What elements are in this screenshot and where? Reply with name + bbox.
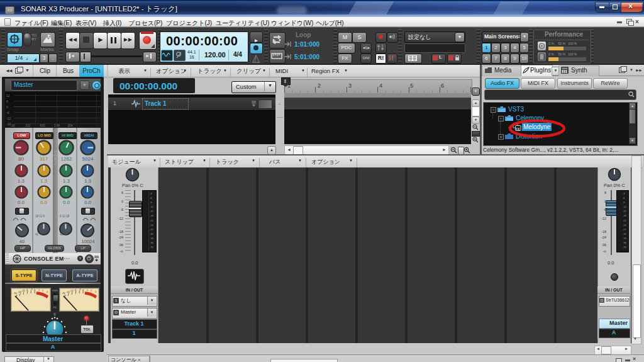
svg-text:-12: -12 xyxy=(70,289,74,292)
svg-text:-30: -30 xyxy=(13,291,18,295)
svg-text:-12: -12 xyxy=(21,289,26,292)
svg-text:-30: -30 xyxy=(62,291,66,295)
